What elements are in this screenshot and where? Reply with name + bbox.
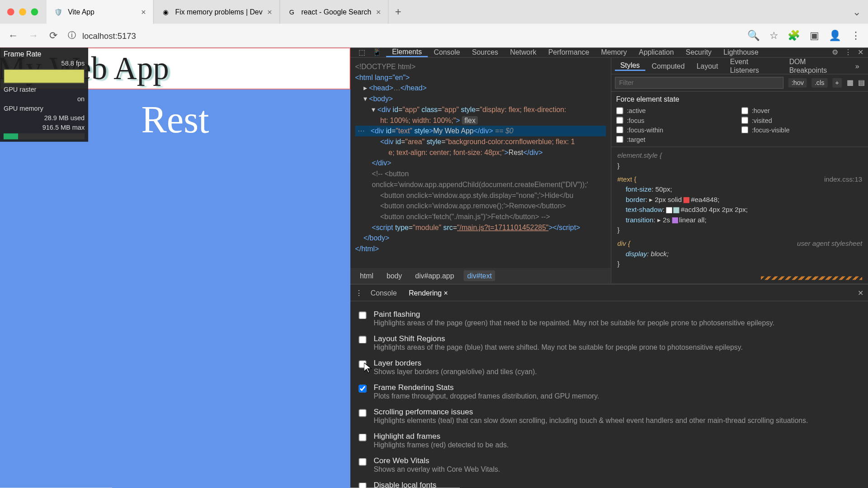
add-rule-button[interactable]: + — [832, 78, 842, 88]
devtools-tab[interactable]: Sources — [466, 47, 504, 57]
drawer-tab[interactable]: Console — [365, 289, 403, 297]
rendering-checkbox[interactable] — [359, 311, 366, 319]
devtools-tab[interactable]: Console — [428, 47, 466, 57]
browser-toolbar: ← → ⟳ ⓘ localhost:5173 🔍 ☆ 🧩 ▣ 👤 ⋮ — [0, 24, 868, 48]
drawer-tab[interactable]: Rendering × — [403, 289, 454, 297]
settings-icon[interactable]: ⚙ — [832, 48, 838, 56]
rendering-checkbox[interactable] — [359, 360, 366, 368]
rendering-option: Layout Shift RegionsHighlights areas of … — [359, 330, 859, 355]
rendering-option: Layer bordersShows layer borders (orange… — [359, 355, 859, 380]
gpumem-label: GPU memory — [4, 105, 43, 112]
rendering-option-desc: Highlights areas of the page (green) tha… — [373, 319, 774, 327]
rendering-checkbox[interactable] — [359, 385, 366, 392]
back-button[interactable]: ← — [7, 29, 19, 41]
zoom-icon[interactable]: 🔍 — [747, 29, 760, 42]
new-tab-button[interactable]: + — [389, 6, 408, 19]
breadcrumb-item[interactable]: body — [383, 270, 406, 281]
styles-subtab[interactable]: Event Listeners — [725, 57, 783, 74]
rendering-option: Frame Rendering StatsPlots frame through… — [359, 380, 859, 404]
force-state-checkbox[interactable]: :target — [616, 136, 739, 143]
devtools-tab[interactable]: Security — [680, 47, 718, 57]
browser-tab[interactable]: ◉Fix memory problems | Dev× — [154, 0, 280, 24]
extensions-icon[interactable]: 🧩 — [788, 29, 800, 42]
styles-filter-input[interactable] — [615, 77, 783, 89]
site-info-icon[interactable]: ⓘ — [68, 30, 76, 41]
close-devtools-button[interactable]: ✕ — [858, 48, 863, 56]
drawer-menu-icon[interactable]: ⋮ — [355, 289, 363, 297]
drawer-close-button[interactable]: ✕ — [858, 289, 863, 297]
rendering-option: Highlight ad framesHighlights frames (re… — [359, 428, 859, 453]
force-state-checkbox[interactable]: :visited — [741, 117, 863, 124]
breadcrumb-item[interactable]: div#text — [464, 270, 495, 281]
rendering-option-title: Layout Shift Regions — [373, 334, 743, 343]
inspect-icon[interactable]: ⬚ — [355, 48, 368, 56]
favicon-icon: 🛡️ — [54, 7, 63, 17]
force-state-checkbox[interactable]: :focus-within — [616, 126, 739, 133]
rendering-option-desc: Shows layer borders (orange/olive) and t… — [373, 367, 537, 375]
devtools-tab[interactable]: Elements — [386, 47, 428, 57]
devtools-tab[interactable]: Performance — [542, 47, 595, 57]
tab-overflow-button[interactable]: ⌄ — [853, 6, 861, 19]
devtools-tabs: ⬚ 📱 ElementsConsoleSourcesNetworkPerform… — [350, 47, 868, 57]
rendering-checkbox[interactable] — [359, 336, 366, 343]
force-state-checkbox[interactable]: :hover — [741, 107, 863, 114]
devtools-tab[interactable]: Application — [633, 47, 680, 57]
devtools-tab[interactable]: Lighthouse — [717, 47, 764, 57]
elements-tree[interactable]: <!DOCTYPE html> <html lang="en"> ▸ <head… — [350, 58, 611, 268]
close-window-button[interactable] — [7, 8, 14, 15]
address-bar[interactable]: ⓘ localhost:5173 — [68, 30, 136, 41]
reload-button[interactable]: ⟳ — [47, 29, 59, 41]
rendering-checkbox[interactable] — [359, 483, 366, 488]
raster-value: on — [77, 95, 85, 103]
devtools-tab[interactable]: Memory — [595, 47, 632, 57]
force-state-checkbox[interactable]: :focus — [616, 117, 739, 124]
side-panel-icon[interactable]: ▣ — [810, 29, 819, 42]
rendering-option-desc: Highlights areas of the page (blue) that… — [373, 343, 743, 351]
minimize-window-button[interactable] — [19, 8, 26, 15]
url-text: localhost:5173 — [82, 31, 136, 40]
bookmark-icon[interactable]: ☆ — [769, 29, 778, 42]
rendering-checkbox[interactable] — [359, 458, 366, 466]
window-controls — [7, 8, 38, 15]
force-state-checkbox[interactable]: :active — [616, 107, 739, 114]
rendering-option-desc: Shows an overlay with Core Web Vitals. — [373, 465, 500, 473]
more-icon[interactable]: ⋮ — [844, 48, 852, 56]
browser-tab[interactable]: 🛡️Vite App× — [47, 0, 154, 24]
forward-button[interactable]: → — [28, 29, 39, 41]
breadcrumb-item[interactable]: div#app.app — [411, 270, 458, 281]
rendering-checkbox[interactable] — [359, 409, 366, 417]
styles-layout-icon[interactable]: ▦ — [847, 79, 853, 87]
styles-subtab[interactable]: Computed — [646, 61, 690, 70]
hov-button[interactable]: :hov — [788, 78, 807, 88]
framerate-label: Frame Rate — [4, 50, 85, 58]
styles-subtab[interactable]: Layout — [691, 61, 723, 70]
rendering-checkbox[interactable] — [359, 434, 366, 441]
menu-icon[interactable]: ⋮ — [851, 29, 861, 42]
browser-tab[interactable]: Greact - Google Search× — [280, 0, 389, 24]
tab-title: Fix memory problems | Dev — [175, 8, 262, 16]
tab-close-button[interactable]: × — [376, 7, 381, 17]
maximize-window-button[interactable] — [31, 8, 38, 15]
gpumem-used: 28.9 MB used — [44, 114, 85, 122]
cls-button[interactable]: .cls — [811, 78, 827, 88]
styles-subtab[interactable]: DOM Breakpoints — [784, 57, 849, 74]
styles-computed-icon[interactable]: ▤ — [858, 79, 864, 87]
devtools-tab[interactable]: Network — [504, 47, 542, 57]
breadcrumb-item[interactable]: html — [356, 270, 377, 281]
gpumem-graph — [4, 133, 85, 139]
page-viewport: My Web App Rest Frame Rate 58.8 fps GPU … — [0, 47, 350, 488]
favicon-icon: ◉ — [161, 7, 170, 17]
profile-icon[interactable]: 👤 — [829, 29, 841, 42]
styles-more-icon[interactable]: » — [850, 61, 865, 70]
css-source-link[interactable]: index.css:13 — [824, 174, 862, 184]
drawer-tab-close[interactable]: × — [442, 289, 448, 297]
device-toggle-icon[interactable]: 📱 — [371, 48, 384, 56]
rendering-option-title: Frame Rendering Stats — [373, 383, 599, 392]
force-state-checkbox[interactable]: :focus-visible — [741, 126, 863, 133]
rendering-option-desc: Plots frame throughput, dropped frames d… — [373, 392, 599, 400]
tab-close-button[interactable]: × — [141, 7, 146, 17]
fps-value: 58.8 fps — [61, 60, 85, 67]
rendering-stats-overlay: Frame Rate 58.8 fps GPU raster on GPU me… — [0, 47, 88, 141]
tab-close-button[interactable]: × — [267, 7, 272, 17]
styles-subtab[interactable]: Styles — [615, 61, 645, 70]
